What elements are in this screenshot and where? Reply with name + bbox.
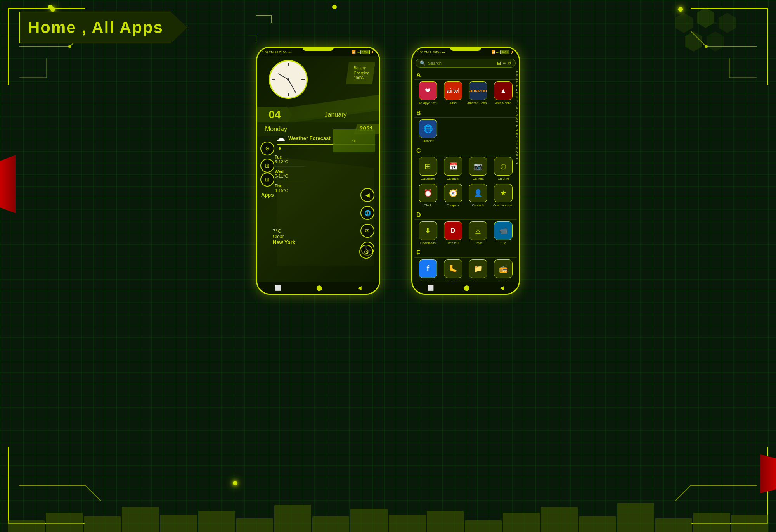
aarogya-icon: ❤	[425, 86, 431, 95]
phones-container: 1:58 PM 13.7KB/s ••• 📶 ▪▪▪ 100+ ⚡	[0, 47, 776, 295]
contacts-icon: 👤	[474, 189, 482, 197]
icon-browser[interactable]: 🌐	[360, 206, 374, 220]
eq-bar	[693, 513, 730, 532]
date-day: 04	[257, 107, 292, 123]
current-weather: 7°C Clear New York	[273, 228, 295, 245]
eq-bar	[46, 513, 83, 532]
app-feetapart[interactable]: 🦶 FeetApart	[442, 259, 465, 280]
icon-grid[interactable]: ⊞	[260, 159, 274, 173]
list-view-icon[interactable]: ≡	[503, 60, 506, 66]
browser-icon: 🌐	[423, 124, 433, 133]
app-fmradio[interactable]: 📻 FM Radio	[492, 259, 515, 280]
clock-widget	[265, 60, 312, 107]
battery-display-1: 100+	[360, 50, 370, 54]
charging-icon: ⚡	[371, 50, 374, 54]
app-airtel[interactable]: airtel Airtel	[442, 81, 465, 105]
nav-circle-2[interactable]: ⬤	[464, 285, 470, 291]
nav-square-1[interactable]: ⬜	[275, 285, 281, 291]
condition: Clear	[273, 234, 295, 239]
app-row-d: ⬇ Downloads D Dream11 △ Dri	[414, 221, 517, 245]
battery-info-panel: Battery Charging 100%	[346, 62, 375, 84]
icon-settings-small[interactable]: ⚙	[260, 142, 274, 155]
eq-bar	[541, 507, 578, 532]
grid-view-icon[interactable]: ⊞	[497, 60, 501, 66]
signal-icon: ▪▪▪	[357, 50, 360, 54]
nav-back-1[interactable]: ◀	[357, 285, 362, 291]
weather-label: Weather Forecast	[288, 135, 331, 141]
apps-screen: 🔍 Search ⊞ ≡ ↺ A B C D E F G	[412, 56, 519, 282]
icon-message[interactable]: ✉	[360, 224, 374, 238]
chrome-icon: ◎	[500, 162, 506, 171]
search-bar[interactable]: 🔍 Search ⊞ ≡ ↺	[416, 59, 516, 68]
app-contacts[interactable]: 👤 Contacts	[467, 184, 490, 207]
app-name-facebook: Facebook	[421, 279, 435, 280]
app-camera[interactable]: 📷 Camera	[467, 157, 490, 181]
app-axis[interactable]: ▲ Axis Mobile	[492, 81, 515, 105]
nav-back-2[interactable]: ◀	[500, 285, 504, 291]
clock-icon: ⏰	[424, 189, 432, 197]
weather-day-2: Wed 5-11°C	[275, 169, 306, 178]
eq-bar	[427, 511, 464, 532]
app-filemanager[interactable]: 📁 File Manager	[467, 259, 490, 280]
app-downloads[interactable]: ⬇ Downloads	[416, 221, 440, 245]
app-compass[interactable]: 🧭 Compass	[442, 184, 465, 207]
app-name-dream11: Dream11	[447, 241, 459, 245]
app-aarogya[interactable]: ❤ Aarogya Setu	[416, 81, 440, 105]
battery-label: Battery	[353, 66, 369, 70]
app-duo[interactable]: 📹 Duo	[492, 221, 515, 245]
eq-bar	[579, 516, 616, 532]
app-calculator[interactable]: ⊞ Calculator	[416, 157, 440, 181]
app-name-fmradio: FM Radio	[497, 279, 510, 280]
app-icon-aarogya: ❤	[419, 81, 437, 100]
nav-bar-2: ⬜ ⬤ ◀	[412, 282, 519, 294]
app-facebook[interactable]: f Facebook	[416, 259, 440, 280]
eq-bar	[465, 520, 502, 532]
eq-bar	[236, 518, 273, 532]
app-name-calendar: Calendar	[447, 177, 459, 181]
app-chrome[interactable]: ◎ Chrome	[492, 157, 515, 181]
eq-bar	[122, 507, 159, 532]
current-temp: 7°C	[273, 228, 295, 234]
app-name-browser: Browser	[422, 139, 433, 143]
eq-bar	[731, 515, 768, 532]
app-icon-calendar: 📅	[444, 157, 462, 176]
app-icon-clock: ⏰	[419, 184, 437, 202]
settings-button[interactable]: ⚙	[359, 245, 373, 259]
location: New York	[273, 239, 295, 245]
home-screen: Battery Charging 100% 04 January Monday …	[257, 56, 379, 282]
app-cool-launcher[interactable]: ★ Cool Launcher	[492, 184, 515, 207]
eq-bar	[655, 518, 692, 532]
axis-icon: ▲	[500, 87, 507, 95]
camera-icon: 📷	[474, 162, 482, 171]
app-amazon[interactable]: amazon Amazon Shop...	[467, 81, 490, 105]
app-row-a: ❤ Aarogya Setu airtel Airtel amazon	[414, 81, 517, 105]
app-dream11[interactable]: D Dream11	[442, 221, 465, 245]
section-d: D	[414, 210, 517, 220]
world-map: 🗺	[333, 129, 375, 152]
title-area: Home , All Apps	[19, 12, 187, 43]
refresh-icon[interactable]: ↺	[508, 60, 511, 66]
icon-back[interactable]: ◀	[360, 188, 374, 202]
app-calendar[interactable]: 📅 Calendar	[442, 157, 465, 181]
dots-1: •••	[288, 50, 291, 54]
app-icon-axis: ▲	[494, 81, 513, 100]
eq-bar	[503, 513, 540, 532]
app-icon-facebook: f	[419, 259, 437, 278]
app-name-airtel: Airtel	[450, 101, 457, 105]
app-icon-downloads: ⬇	[419, 221, 437, 240]
nav-bar-1: ⬜ ⬤ ◀	[257, 282, 379, 294]
nav-square-2[interactable]: ⬜	[427, 285, 434, 291]
amazon-icon: amazon	[469, 88, 487, 93]
app-name-duo: Duo	[501, 241, 506, 245]
icon-grid-2[interactable]: ⊞	[260, 173, 274, 187]
calculator-icon: ⊞	[424, 162, 431, 171]
app-browser[interactable]: 🌐 Browser	[416, 119, 440, 143]
app-name-cool-launcher: Cool Launcher	[493, 204, 513, 207]
app-name-feetapart: FeetApart	[446, 279, 460, 280]
app-drive[interactable]: △ Drive	[467, 221, 490, 245]
app-clock[interactable]: ⏰ Clock	[416, 184, 440, 207]
filemanager-icon: 📁	[474, 264, 482, 273]
app-icon-calculator: ⊞	[419, 157, 437, 176]
app-icon-compass: 🧭	[444, 184, 462, 202]
nav-circle-1[interactable]: ⬤	[316, 285, 322, 291]
